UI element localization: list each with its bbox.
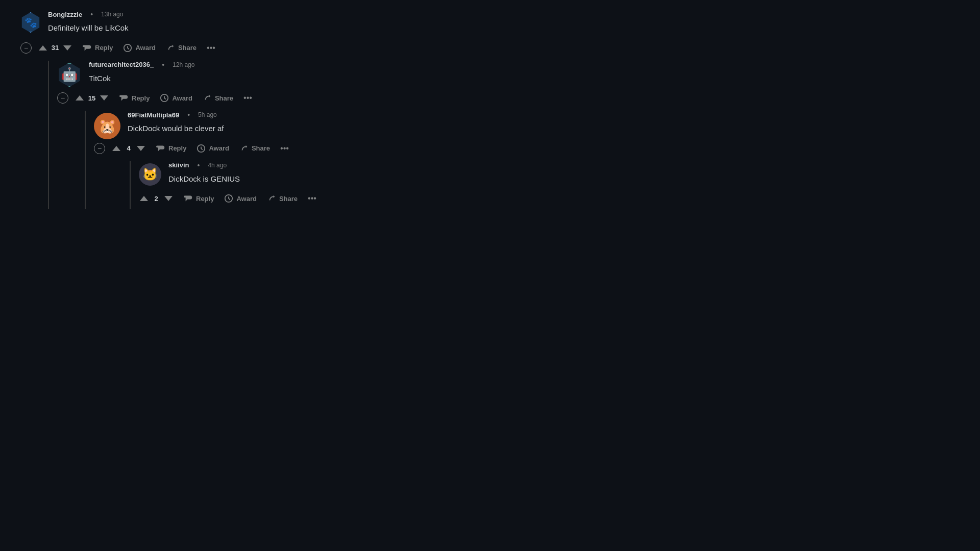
- username-futurearchitect[interactable]: futurearchitect2036_: [89, 61, 154, 68]
- award-icon: [160, 93, 169, 103]
- avatar-bongizzzle: 🐾: [20, 12, 41, 33]
- timestamp-69fiat: 5h ago: [198, 111, 217, 118]
- thread-indent-1: 🤖 futurearchitect2036_ • 12h ago TitCok …: [48, 61, 439, 210]
- collapse-button-69fiat[interactable]: −: [94, 143, 105, 154]
- reply-button-69fiat[interactable]: Reply: [152, 142, 190, 155]
- comment-body-futurearchitect: TitCok: [89, 73, 439, 85]
- action-bar-futurearchitect: − 15 Reply Award: [57, 91, 439, 105]
- award-icon: [123, 43, 132, 53]
- downvote-arrow-icon: [63, 45, 71, 51]
- upvote-arrow-icon: [140, 196, 148, 201]
- more-button-futurearchitect[interactable]: •••: [239, 91, 256, 105]
- timestamp-futurearchitect: 12h ago: [173, 61, 194, 68]
- action-bar-69fiat: − 4 Reply: [94, 142, 439, 155]
- action-bar-bongizzzle: − 31 Reply Award Share: [20, 41, 439, 55]
- username-skiivin[interactable]: skiivin: [168, 161, 189, 169]
- thread-indent-3: 🐱 skiivin • 4h ago DickDock is GENIUS: [130, 161, 439, 210]
- collapse-button-futurearchitect[interactable]: −: [57, 92, 68, 104]
- upvote-69fiat[interactable]: [111, 145, 121, 152]
- more-button-69fiat[interactable]: •••: [276, 142, 293, 155]
- award-icon: [224, 194, 233, 203]
- upvote-arrow-icon: [112, 146, 120, 151]
- comment-header-69fiat: 69FiatMultipla69 • 5h ago: [128, 111, 439, 119]
- vote-area-skiivin: 2: [139, 195, 174, 203]
- award-button-69fiat[interactable]: Award: [192, 142, 233, 155]
- reply-button-skiivin[interactable]: Reply: [180, 192, 218, 205]
- downvote-69fiat[interactable]: [136, 145, 146, 152]
- upvote-skiivin[interactable]: [139, 195, 149, 202]
- reply-icon: [184, 194, 193, 203]
- share-icon: [166, 43, 175, 53]
- reply-button-bongizzzle[interactable]: Reply: [79, 41, 117, 55]
- share-button-skiivin[interactable]: Share: [263, 192, 302, 205]
- upvote-futurearchitect[interactable]: [75, 94, 85, 102]
- comment-skiivin: 🐱 skiivin • 4h ago DickDock is GENIUS: [131, 161, 439, 210]
- vote-area-69fiat: 4: [111, 144, 146, 152]
- downvote-futurearchitect[interactable]: [99, 94, 109, 102]
- comments-container: 🐾 Bongizzzle • 13h ago Definitely will b…: [0, 0, 459, 221]
- comment-body-skiivin: DickDock is GENIUS: [168, 173, 439, 185]
- vote-count-skiivin: 2: [152, 195, 160, 203]
- upvote-bongizzzle[interactable]: [38, 44, 48, 52]
- reply-icon: [156, 144, 165, 153]
- upvote-arrow-icon: [39, 45, 47, 51]
- vote-count-bongizzzle: 31: [51, 44, 59, 52]
- comment-futurearchitect: 🤖 futurearchitect2036_ • 12h ago TitCok …: [49, 61, 439, 109]
- comment-body-bongizzzle: Definitely will be LikCok: [48, 22, 439, 34]
- username-bongizzzle[interactable]: Bongizzzle: [48, 11, 82, 18]
- avatar-skiivin: 🐱: [139, 163, 161, 186]
- share-icon: [239, 144, 249, 153]
- comment-header-bongizzzle: Bongizzzle • 13h ago: [48, 10, 439, 18]
- upvote-arrow-icon: [76, 95, 84, 101]
- vote-count-futurearchitect: 15: [88, 94, 96, 102]
- username-69fiat[interactable]: 69FiatMultipla69: [128, 111, 179, 119]
- award-button-skiivin[interactable]: Award: [220, 192, 261, 205]
- collapse-button-bongizzzle[interactable]: −: [20, 42, 32, 54]
- downvote-arrow-icon: [164, 196, 173, 201]
- avatar-69fiat: 🐹: [94, 113, 120, 139]
- reply-icon: [119, 93, 129, 103]
- award-icon: [197, 144, 206, 153]
- vote-area-bongizzzle: 31: [38, 44, 72, 52]
- thread-indent-2: 🐹 69FiatMultipla69 • 5h ago DickDock wou…: [85, 111, 439, 209]
- more-button-bongizzzle[interactable]: •••: [203, 41, 219, 55]
- vote-count-69fiat: 4: [125, 144, 133, 152]
- downvote-skiivin[interactable]: [163, 195, 174, 202]
- share-icon: [203, 93, 212, 103]
- downvote-arrow-icon: [100, 95, 108, 101]
- comment-body-69fiat: DickDock would be clever af: [128, 123, 439, 135]
- vote-area-futurearchitect: 15: [75, 94, 109, 102]
- comment-header-futurearchitect: futurearchitect2036_ • 12h ago: [89, 61, 439, 69]
- timestamp-bongizzzle: 13h ago: [101, 11, 123, 18]
- share-button-futurearchitect[interactable]: Share: [199, 91, 237, 105]
- downvote-bongizzzle[interactable]: [62, 44, 72, 52]
- avatar-futurearchitect: 🤖: [57, 63, 82, 87]
- timestamp-skiivin: 4h ago: [208, 162, 227, 169]
- comment-header-skiivin: skiivin • 4h ago: [168, 161, 439, 169]
- share-button-69fiat[interactable]: Share: [235, 142, 274, 155]
- downvote-arrow-icon: [137, 146, 145, 151]
- share-icon: [267, 194, 276, 203]
- action-bar-skiivin: 2 Reply Award: [139, 192, 439, 205]
- reply-icon: [83, 43, 92, 53]
- share-button-bongizzzle[interactable]: Share: [162, 41, 201, 55]
- comment-bongizzzle: 🐾 Bongizzzle • 13h ago Definitely will b…: [20, 10, 439, 59]
- comment-69fiat: 🐹 69FiatMultipla69 • 5h ago DickDock wou…: [86, 111, 439, 159]
- more-button-skiivin[interactable]: •••: [304, 192, 321, 205]
- award-button-bongizzzle[interactable]: Award: [119, 41, 160, 55]
- award-button-futurearchitect[interactable]: Award: [156, 91, 197, 105]
- reply-button-futurearchitect[interactable]: Reply: [115, 91, 154, 105]
